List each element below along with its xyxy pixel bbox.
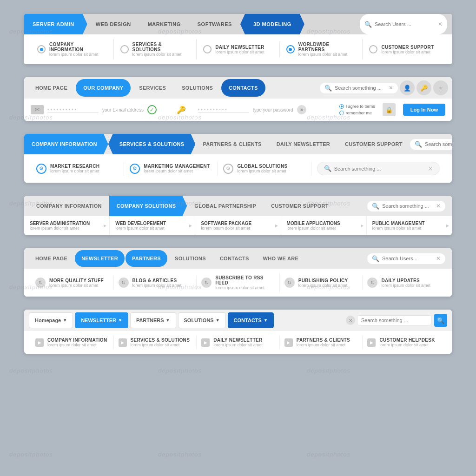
navbar-1-bottom: COMPANY INFORMATION lorem ipsum dolor si…: [24, 34, 452, 64]
email-input[interactable]: [47, 107, 99, 112]
nav6-tab-contacts[interactable]: CONTACTS ▼: [228, 312, 274, 328]
chevron-icon-4: ▼: [264, 318, 268, 323]
nav4-item-0[interactable]: SERVER ADMINISTRATION lorem ipsum dolor …: [24, 216, 110, 235]
nav1-search-input[interactable]: [375, 21, 435, 27]
play-icon-1: ▶: [119, 338, 127, 347]
nav6-item-3[interactable]: ▶ PARTNERS & CLIENTS lorem ipsum dolor s…: [280, 336, 363, 349]
key-icon: 🔑: [177, 106, 186, 114]
nav1-tab-web-design[interactable]: WEB DESIGN: [87, 14, 139, 34]
email-placeholder-label: your E-mail address: [102, 107, 144, 112]
nav1-tab-3dmodeling[interactable]: 3D MODELING: [240, 14, 304, 34]
password-placeholder-label: type your password: [253, 107, 293, 112]
nav5-item-1[interactable]: ↻ BLOG & ARTICLES lorem ipsum dolor sit …: [114, 276, 197, 290]
nav6-search-input[interactable]: [361, 317, 427, 323]
nav3-item-0[interactable]: ⚙ MARKET RESEARCH lorem ipsum dolor sit …: [31, 162, 124, 176]
navbar-5: HOME PAGE NEWSLETTER PARTNERS SOLUTIONS …: [24, 248, 452, 297]
gear-icon-0: ⚙: [36, 164, 46, 174]
nav1-item-3[interactable]: WORLDWIDE PARTNERS lorem ipsum dolor sit…: [280, 39, 363, 60]
search-icon-2: 🔍: [324, 85, 332, 92]
nav2-search-box: 🔍 ✕: [320, 83, 398, 93]
nav4-tab-companyinfo[interactable]: COMPANY INFORMATION: [29, 196, 109, 216]
nav4-tab-solutions[interactable]: COMPANY SOLUTIONS: [109, 196, 187, 216]
clear-icon-5[interactable]: ✕: [436, 255, 441, 262]
wm-13: depositphotos: [9, 367, 53, 374]
nav5-item-3[interactable]: ↻ PUBLISHING POLICY lorem ipsum dolor si…: [280, 276, 363, 290]
nav5-tab-whoweare[interactable]: WHO WE ARE: [257, 250, 305, 267]
nav3-tab-newsletter[interactable]: DAILY NEWSLETTER: [269, 134, 337, 154]
navbar-2: HOME PAGE OUR COMPANY SERVICES SOLUTIONS…: [24, 77, 452, 121]
nav2-icons: 🔍 ✕ 👤 🔑 ＋: [320, 80, 448, 95]
nav4-item-3[interactable]: MOBILE APPLICATIONS lorem ipsum dolor si…: [281, 216, 367, 235]
nav5-tab-partners[interactable]: PARTNERS: [126, 250, 167, 267]
nav6-item-2[interactable]: ▶ DAILY NEWSLETTER lorem ipsum dolor sit…: [197, 336, 280, 349]
refresh-icon-1: ↻: [119, 278, 129, 288]
nav5-tab-homepage[interactable]: HOME PAGE: [29, 250, 74, 267]
nav3-item-1[interactable]: ⚙ MARKETING MANAGEMENT lorem ipsum dolor…: [124, 162, 218, 176]
nav2-tab-services[interactable]: SERVICES: [132, 79, 173, 97]
nav6-item-1[interactable]: ▶ SERVICES & SOLUTIONS lorem ipsum dolor…: [114, 336, 197, 349]
nav2-tab-homepage[interactable]: HOME PAGE: [28, 79, 75, 97]
clear-icon-2[interactable]: ✕: [389, 85, 393, 91]
nav3-tab-services[interactable]: SERVICES & SOLUTIONS: [108, 134, 196, 154]
nav6-item-0[interactable]: ▶ COMPANY INFORMATION lorem ipsum dolor …: [31, 336, 114, 349]
nav1-tab-server-admin[interactable]: SERVER ADMIN: [24, 14, 87, 34]
nav1-tab-softwares[interactable]: SOFTWARES: [189, 14, 240, 34]
nav3-tab-partners[interactable]: PARTNERS & CLIENTS: [195, 134, 269, 154]
search-icon-5: 🔍: [372, 255, 379, 262]
agree-radio[interactable]: [339, 104, 344, 109]
nav5-item-4[interactable]: ↻ DAILY UPDATES lorem ipsum dolor sit am…: [363, 276, 445, 290]
nav5-tab-contacts[interactable]: CONTACTS: [213, 250, 256, 267]
nav1-item-0[interactable]: COMPANY INFORMATION lorem ipsum dolor si…: [31, 39, 114, 60]
key-icon-btn[interactable]: 🔑: [416, 80, 431, 95]
nav3-tab-support[interactable]: CUSTOMER SUPPORT: [337, 134, 410, 154]
nav5-item-2[interactable]: ↻ SUBSCRIBE TO RSS FEED lorem ipsum dolo…: [197, 273, 280, 292]
nav1-item-4[interactable]: CUSTOMER SUPPORT lorem ipsum dolor sit a…: [363, 42, 445, 57]
nav3-tab-companyinfo[interactable]: COMPANY INFORMATION: [24, 134, 108, 154]
nav1-item-2[interactable]: DAILY NEWSLETTER lorem ipsum dolor sit a…: [197, 42, 280, 57]
nav3-item-2[interactable]: ⚙ GLOBAL SOLUTIONS lorem ipsum dolor sit…: [218, 162, 311, 176]
nav2-search-input[interactable]: [335, 85, 386, 91]
search-icon-4: 🔍: [372, 203, 379, 210]
navbar-6: Homepage ▼ NEWSLETTER ▼ PARTNERS ▼ SOLUT…: [24, 310, 452, 354]
nav1-tab-marketing[interactable]: MARKETING: [139, 14, 189, 34]
nav3-inner-search[interactable]: [334, 166, 425, 172]
user-icon-btn[interactable]: 👤: [400, 80, 415, 95]
nav6-tab-partners[interactable]: PARTNERS ▼: [130, 312, 176, 328]
clear-icon[interactable]: ✕: [438, 21, 443, 27]
nav4-item-1[interactable]: WEB DEVELOPEMENT lorem ipsum dolor sit a…: [110, 216, 195, 235]
chevron-icon-1: ▼: [118, 318, 122, 323]
nav2-tab-solutions[interactable]: SOLUTIONS: [174, 79, 220, 97]
navbar-6-bottom: ▶ COMPANY INFORMATION lorem ipsum dolor …: [24, 331, 452, 354]
nav4-item-2[interactable]: SOFTWARE PACKAGE lorem ipsum dolor sit a…: [195, 216, 281, 235]
nav5-tab-newsletter[interactable]: NEWSLETTER: [75, 250, 125, 267]
login-button[interactable]: Log In Now: [403, 104, 445, 116]
password-input[interactable]: [198, 107, 249, 112]
nav1-item-1[interactable]: SERVICES & SOLUTIONS lorem ipsum dolor s…: [114, 39, 197, 60]
nav6-item-4[interactable]: ▶ CUSTOMER HELPDESK lorem ipsum dolor si…: [363, 336, 445, 349]
clear-icon-4[interactable]: ✕: [436, 203, 441, 209]
remember-radio[interactable]: [339, 111, 344, 115]
chevron-icon-2: ▼: [166, 318, 170, 323]
nav2-tab-contacts[interactable]: CONTACTS: [221, 79, 265, 97]
nav5-item-0[interactable]: ↻ MORE QUALITY STUFF lorem ipsum dolor s…: [31, 276, 114, 290]
nav2-tab-ourcompany[interactable]: OUR COMPANY: [76, 79, 131, 97]
nav3-search-box: 🔍 ✕: [410, 139, 452, 150]
wm-18: depositphotos: [307, 451, 350, 458]
password-clear[interactable]: ✕: [297, 105, 306, 114]
nav6-tab-solutions[interactable]: SOLUTIONS ▼: [178, 312, 226, 328]
nav6-tab-newsletter[interactable]: NEWSLETTER ▼: [75, 312, 128, 328]
nav3-search-input[interactable]: [425, 141, 452, 147]
nav6-tab-homepage[interactable]: Homepage ▼: [29, 312, 73, 328]
play-icon-0: ▶: [35, 338, 44, 347]
plus-icon-btn[interactable]: ＋: [433, 80, 448, 95]
nav6-clear-btn[interactable]: ✕: [346, 316, 355, 325]
nav4-tab-partnership[interactable]: GLOBAL PARTNERSHIP: [187, 196, 264, 216]
nav5-search-input[interactable]: [382, 256, 433, 261]
nav5-tab-solutions[interactable]: SOLUTIONS: [168, 250, 212, 267]
clear-inner[interactable]: ✕: [428, 165, 433, 172]
nav4-tab-support[interactable]: CUSTOMER SUPPORT: [264, 196, 336, 216]
nav4-search-input[interactable]: [382, 203, 433, 209]
nav4-item-4[interactable]: PUBLIC MANAGEMENT lorem ipsum dolor sit …: [367, 216, 452, 235]
nav6-search-button[interactable]: 🔍: [434, 314, 447, 327]
radio-icon-3: [286, 45, 295, 53]
